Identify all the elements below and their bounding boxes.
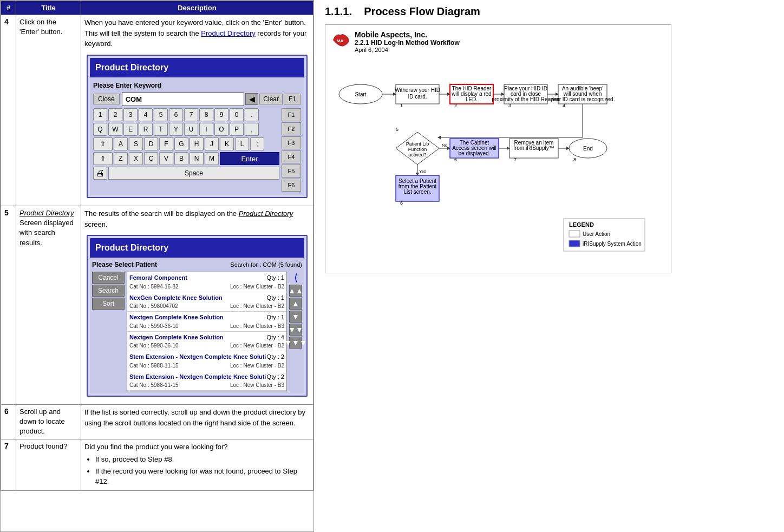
row-num-7: 7 xyxy=(1,439,16,490)
key-f[interactable]: F xyxy=(159,137,173,150)
svg-rect-23 xyxy=(569,240,580,247)
key-shift-right[interactable]: ⇑ xyxy=(93,152,113,165)
key-a[interactable]: A xyxy=(114,137,128,150)
n6-label3: be displayed. xyxy=(459,150,491,156)
item-qty-5: Qty : 2 xyxy=(267,372,284,382)
fn-key-f1[interactable]: F1 xyxy=(282,108,301,121)
flow-date: April 6, 2004 xyxy=(355,47,460,53)
start-node-label: Start xyxy=(355,91,366,97)
key-1[interactable]: 1 xyxy=(93,108,107,121)
item-cat-5: Cat No : 5988-11-15 xyxy=(129,381,179,389)
scroll-bottom-button[interactable]: ▼▼▼ xyxy=(289,337,302,349)
pd-title-keyboard: Product Directory xyxy=(90,58,304,77)
f1-button[interactable]: F1 xyxy=(284,94,301,104)
key-7[interactable]: 7 xyxy=(184,108,198,121)
key-2[interactable]: 2 xyxy=(108,108,122,121)
key-9[interactable]: 9 xyxy=(214,108,228,121)
key-comma[interactable]: , xyxy=(245,123,259,136)
key-p[interactable]: P xyxy=(230,123,244,136)
keyword-input[interactable]: COM xyxy=(122,93,245,107)
fn-key-f2[interactable]: F2 xyxy=(282,122,301,135)
item-cat-1: Cat No : 598004702 xyxy=(129,302,178,310)
clear-button[interactable]: Clear xyxy=(259,94,283,104)
key-y[interactable]: Y xyxy=(169,123,183,136)
fn-keys-col: F1 F2 F3 F4 F5 F6 xyxy=(282,108,301,192)
flow-subtitle: 2.2.1 HID Log-In Method Workflow xyxy=(355,39,460,47)
key-5[interactable]: 5 xyxy=(154,108,168,121)
right-panel: 1.1.1. Process Flow Diagram MA Mobile As… xyxy=(314,0,784,532)
list-item[interactable]: Femoral Component Qty : 1 Cat No : 5994-… xyxy=(127,272,286,292)
list-item[interactable]: Nextgen Complete Knee Solution Qty : 1 C… xyxy=(127,312,286,332)
cancel-button[interactable]: Cancel xyxy=(92,272,125,284)
key-6[interactable]: 6 xyxy=(169,108,183,121)
legend-title: LEGEND xyxy=(569,221,594,228)
key-8[interactable]: 8 xyxy=(199,108,213,121)
key-shift-left[interactable]: ⇧ xyxy=(93,137,113,150)
pd-header: Please Select Patient Search for : COM (… xyxy=(92,260,302,270)
row-desc-6: If the list is sorted correctly, scroll … xyxy=(81,405,313,439)
row-title-6: Scroll up and down to locate product. xyxy=(16,405,81,439)
row-desc-5: The results of the search will be displa… xyxy=(81,206,313,405)
scroll-up-button[interactable]: ▲ xyxy=(289,298,302,310)
key-j[interactable]: J xyxy=(205,137,219,150)
sort-button[interactable]: Sort xyxy=(92,298,125,310)
scroll-down-fast-button[interactable]: ▼▼ xyxy=(289,324,302,336)
key-n[interactable]: N xyxy=(190,152,204,165)
key-b[interactable]: B xyxy=(174,152,188,165)
key-z[interactable]: Z xyxy=(114,152,128,165)
key-i[interactable]: I xyxy=(199,123,213,136)
list-item[interactable]: Stem Extension - Nextgen Complete Knee S… xyxy=(127,371,286,391)
key-0[interactable]: 0 xyxy=(230,108,244,121)
product-dir-link-4[interactable]: Product Directory xyxy=(201,29,255,37)
key-4[interactable]: 4 xyxy=(139,108,153,121)
scroll-up-fast-button[interactable]: ▲▲ xyxy=(289,285,302,297)
kb-row-z: ⇑ Z X C V B N M E xyxy=(93,152,279,165)
fn-key-f6[interactable]: F6 xyxy=(282,179,301,192)
key-c[interactable]: C xyxy=(144,152,158,165)
fn-key-f5[interactable]: F5 xyxy=(282,165,301,178)
fn-key-f4[interactable]: F4 xyxy=(282,150,301,163)
search-button[interactable]: Search xyxy=(92,285,125,297)
key-x[interactable]: X xyxy=(129,152,143,165)
key-q[interactable]: Q xyxy=(93,123,107,136)
key-d[interactable]: D xyxy=(144,137,158,150)
key-r[interactable]: R xyxy=(139,123,153,136)
scroll-top-button[interactable]: ⟨ xyxy=(289,272,302,284)
row-title-5-rest: Screen displayed with search results. xyxy=(19,219,74,246)
key-h[interactable]: H xyxy=(190,137,204,150)
row-desc-7: Did you find the product you were lookin… xyxy=(81,439,313,490)
product-dir-link-title-5[interactable]: Product Directory xyxy=(19,209,74,217)
list-item[interactable]: NexGen Complete Knee Solution Qty : 1 Ca… xyxy=(127,292,286,312)
list-item[interactable]: Stem Extension - Nextgen Complete Knee S… xyxy=(127,351,286,371)
key-v[interactable]: V xyxy=(159,152,173,165)
printer-key[interactable]: 🖨 xyxy=(93,167,107,180)
key-semicolon[interactable]: ; xyxy=(250,137,264,150)
key-w[interactable]: W xyxy=(108,123,122,136)
product-dir-link-5[interactable]: Product Directory xyxy=(239,209,293,218)
fn-key-f3[interactable]: F3 xyxy=(282,136,301,149)
space-key[interactable]: Space xyxy=(108,167,279,180)
list-item[interactable]: Nextgen Complete Knee Solution Qty : 4 C… xyxy=(127,332,286,352)
key-g[interactable]: G xyxy=(174,137,188,150)
key-o[interactable]: O xyxy=(214,123,228,136)
enter-key[interactable]: Enter xyxy=(220,152,279,165)
key-m[interactable]: M xyxy=(205,152,219,165)
key-l[interactable]: L xyxy=(235,137,249,150)
col-header-title: Title xyxy=(16,1,81,15)
key-s[interactable]: S xyxy=(129,137,143,150)
key-t[interactable]: T xyxy=(154,123,168,136)
pd-results-list: Femoral Component Qty : 1 Cat No : 5994-… xyxy=(127,272,287,391)
backspace-button[interactable]: ◀ xyxy=(245,93,258,105)
key-dot[interactable]: . xyxy=(245,108,259,121)
n6-num: 6 xyxy=(454,157,457,162)
key-3[interactable]: 3 xyxy=(123,108,138,121)
key-k[interactable]: K xyxy=(220,137,234,150)
key-e[interactable]: E xyxy=(123,123,138,136)
close-button[interactable]: Close xyxy=(93,94,120,104)
item-meta-4: Cat No : 5988-11-15 Loc : New Cluster - … xyxy=(129,362,284,370)
key-u[interactable]: U xyxy=(184,123,198,136)
flow-svg: Start Withdraw your HID ID card. 1 The H… xyxy=(331,62,650,262)
scroll-down-button[interactable]: ▼ xyxy=(289,311,302,323)
item-qty-1: Qty : 1 xyxy=(267,293,284,303)
item-meta-1: Cat No : 598004702 Loc : New Cluster - B… xyxy=(129,302,284,310)
